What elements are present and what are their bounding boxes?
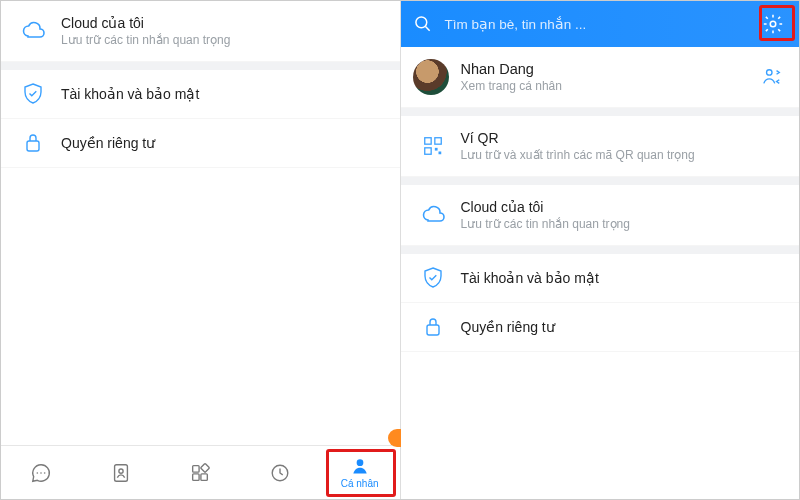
row-account-title: Tài khoản và bảo mật xyxy=(61,84,384,104)
svg-rect-8 xyxy=(201,473,207,479)
qr-icon xyxy=(421,134,445,158)
svg-point-1 xyxy=(36,472,38,474)
cloud-icon xyxy=(21,19,45,43)
row-cloud-title: Cloud của tôi xyxy=(61,15,384,31)
svg-rect-0 xyxy=(27,141,39,151)
row-privacy-title: Quyền riêng tư xyxy=(61,133,384,153)
svg-rect-15 xyxy=(424,138,430,144)
svg-point-14 xyxy=(767,70,772,75)
shield-icon xyxy=(21,82,45,106)
profile-sub: Xem trang cá nhân xyxy=(461,79,784,93)
tab-timeline[interactable] xyxy=(240,446,320,499)
switch-account-icon[interactable] xyxy=(761,67,783,87)
row-cloud-r-sub: Lưu trữ các tin nhắn quan trọng xyxy=(461,217,784,231)
search-placeholder: Tìm bạn bè, tin nhắn ... xyxy=(435,16,760,32)
svg-rect-16 xyxy=(434,138,440,144)
left-pane: Cloud của tôi Lưu trữ các tin nhắn quan … xyxy=(1,1,401,499)
right-pane: Tìm bạn bè, tin nhắn ... Nhan Dang Xem t… xyxy=(401,1,800,499)
row-account[interactable]: Tài khoản và bảo mật xyxy=(1,70,400,119)
tabbar: Cá nhân xyxy=(1,445,400,499)
row-cloud-r[interactable]: Cloud của tôi Lưu trữ các tin nhắn quan … xyxy=(401,185,800,246)
svg-point-3 xyxy=(44,472,46,474)
svg-rect-20 xyxy=(427,325,439,335)
row-cloud-r-title: Cloud của tôi xyxy=(461,199,784,215)
row-account-r-title: Tài khoản và bảo mật xyxy=(461,268,784,288)
cloud-icon xyxy=(421,203,445,227)
row-privacy-r-title: Quyền riêng tư xyxy=(461,317,784,337)
row-privacy[interactable]: Quyền riêng tư xyxy=(1,119,400,168)
profile-row[interactable]: Nhan Dang Xem trang cá nhân xyxy=(401,47,800,108)
lock-icon xyxy=(21,131,45,155)
lock-icon xyxy=(421,315,445,339)
tab-personal-label: Cá nhân xyxy=(341,478,379,489)
search-icon xyxy=(413,14,435,34)
tab-messages[interactable] xyxy=(1,446,81,499)
searchbar[interactable]: Tìm bạn bè, tin nhắn ... xyxy=(401,1,800,47)
profile-name: Nhan Dang xyxy=(461,61,784,77)
tab-contacts[interactable] xyxy=(81,446,161,499)
settings-button[interactable] xyxy=(759,10,787,38)
avatar xyxy=(413,59,449,95)
svg-rect-9 xyxy=(201,463,210,472)
shield-icon xyxy=(421,266,445,290)
row-cloud-sub: Lưu trữ các tin nhắn quan trọng xyxy=(61,33,384,47)
svg-point-5 xyxy=(118,469,122,473)
svg-rect-19 xyxy=(438,152,441,155)
svg-rect-17 xyxy=(424,148,430,154)
svg-point-2 xyxy=(40,472,42,474)
svg-point-11 xyxy=(356,459,363,466)
svg-rect-18 xyxy=(434,148,437,151)
row-qr[interactable]: Ví QR Lưu trữ và xuất trình các mã QR qu… xyxy=(401,116,800,177)
svg-rect-6 xyxy=(193,465,199,471)
tab-personal[interactable]: Cá nhân xyxy=(320,446,400,499)
row-cloud[interactable]: Cloud của tôi Lưu trữ các tin nhắn quan … xyxy=(1,1,400,62)
row-privacy-r[interactable]: Quyền riêng tư xyxy=(401,303,800,352)
row-qr-sub: Lưu trữ và xuất trình các mã QR quan trọ… xyxy=(461,148,784,162)
tab-apps[interactable] xyxy=(160,446,240,499)
svg-point-13 xyxy=(770,21,776,27)
row-account-r[interactable]: Tài khoản và bảo mật xyxy=(401,254,800,303)
svg-rect-7 xyxy=(193,473,199,479)
row-qr-title: Ví QR xyxy=(461,130,784,146)
svg-point-12 xyxy=(415,17,426,28)
